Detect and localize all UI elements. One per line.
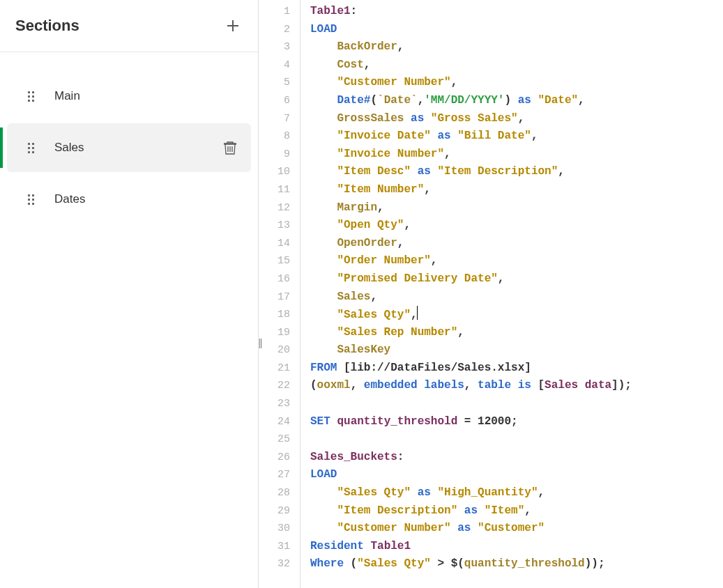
code-token: `Date` xyxy=(377,94,418,107)
code-token: , xyxy=(518,112,525,125)
code-line[interactable]: "Sales Rep Number", xyxy=(310,324,632,342)
code-token: "Invoice Number" xyxy=(337,148,444,160)
code-line[interactable]: LOAD xyxy=(310,466,632,484)
section-item-sales[interactable]: Sales xyxy=(7,123,251,172)
code-token: , xyxy=(524,504,531,517)
code-line[interactable]: Table1: xyxy=(310,3,632,21)
code-token: Table1 xyxy=(370,540,411,552)
code-line[interactable]: "Promised Delivery Date", xyxy=(310,270,632,288)
script-editor[interactable]: 1234567891011121314151617181920212223242… xyxy=(258,0,723,588)
section-item-dates[interactable]: Dates xyxy=(7,175,251,224)
code-token: as xyxy=(418,165,431,178)
code-token: "Promised Delivery Date" xyxy=(337,272,497,285)
line-number: 15 xyxy=(259,252,290,270)
code-line[interactable]: SalesKey xyxy=(310,341,632,359)
code-line[interactable]: Resident Table1 xyxy=(310,538,632,556)
code-token: , xyxy=(431,254,438,267)
code-token xyxy=(310,272,337,285)
code-token: table is xyxy=(478,379,531,392)
code-token: as xyxy=(411,112,424,125)
section-item-main[interactable]: Main xyxy=(7,72,251,121)
code-token xyxy=(310,522,337,534)
code-token: "Date" xyxy=(538,94,578,107)
code-token xyxy=(310,291,337,303)
code-line[interactable]: "Customer Number", xyxy=(310,74,632,92)
code-line[interactable]: "Order Number", xyxy=(310,252,632,270)
line-number: 28 xyxy=(259,484,290,502)
code-token xyxy=(451,522,458,534)
code-token xyxy=(431,165,438,178)
code-line[interactable]: Margin, xyxy=(310,199,632,217)
line-number: 30 xyxy=(259,520,290,538)
code-token xyxy=(310,76,337,88)
code-token: : xyxy=(351,5,358,17)
code-token xyxy=(411,165,418,178)
code-line[interactable] xyxy=(310,431,632,449)
code-token: LOAD xyxy=(310,468,337,481)
line-number: 27 xyxy=(259,466,290,484)
code-token xyxy=(310,486,337,499)
code-token xyxy=(478,504,485,517)
code-line[interactable]: "Invoice Number", xyxy=(310,146,632,164)
code-token: = 12000; xyxy=(457,415,517,428)
code-token xyxy=(310,40,337,53)
code-line[interactable]: "Sales Qty" as "High_Quantity", xyxy=(310,484,632,502)
line-number: 26 xyxy=(259,449,290,467)
panel-splitter[interactable]: ‖ xyxy=(258,334,262,351)
line-number: 11 xyxy=(259,181,290,199)
code-token xyxy=(310,59,337,71)
code-line[interactable]: SET quantity_threshold = 12000; xyxy=(310,413,632,431)
delete-section-button[interactable] xyxy=(223,140,237,155)
code-token: Date# xyxy=(337,94,370,107)
add-section-button[interactable] xyxy=(224,17,241,34)
drag-handle-icon[interactable] xyxy=(28,194,39,205)
code-line[interactable]: OpenOrder, xyxy=(310,235,632,253)
code-token: : xyxy=(397,451,404,463)
line-number: 9 xyxy=(259,146,290,164)
section-item-label: Main xyxy=(54,89,237,103)
section-item-label: Dates xyxy=(54,192,237,206)
code-token: , xyxy=(558,165,565,178)
drag-handle-icon[interactable] xyxy=(28,91,39,102)
code-line[interactable]: Cost, xyxy=(310,56,632,75)
code-token: quantity_threshold xyxy=(464,557,585,570)
code-line[interactable]: FROM [lib://DataFiles/Sales.xlsx] xyxy=(310,359,632,378)
code-token: ( xyxy=(310,379,317,392)
code-token: "Item Description" xyxy=(337,504,457,517)
code-token: "Gross Sales" xyxy=(431,112,518,125)
drag-handle-icon[interactable] xyxy=(28,143,39,153)
code-token: as xyxy=(418,486,431,499)
line-number: 23 xyxy=(259,395,290,413)
code-token: Resident xyxy=(310,540,364,552)
code-line[interactable]: "Customer Number" as "Customer" xyxy=(310,520,632,538)
code-line[interactable]: Sales, xyxy=(310,288,632,307)
code-line[interactable]: "Sales Qty", xyxy=(310,306,632,324)
code-line[interactable]: "Item Description" as "Item", xyxy=(310,502,632,520)
code-line[interactable]: Date#(`Date`,'MM/DD/YYYY') as "Date", xyxy=(310,92,632,110)
code-line[interactable]: GrossSales as "Gross Sales", xyxy=(310,110,632,128)
code-line[interactable]: "Item Number", xyxy=(310,181,632,199)
code-line[interactable]: BackOrder, xyxy=(310,38,632,56)
code-line[interactable]: Sales_Buckets: xyxy=(310,449,632,467)
code-token: ( xyxy=(344,557,357,570)
code-token xyxy=(310,183,337,196)
code-token: , xyxy=(451,76,458,88)
code-token: )); xyxy=(585,557,605,570)
code-line[interactable]: (ooxml, embedded labels, table is [Sales… xyxy=(310,377,632,395)
code-token: Sales xyxy=(337,291,370,303)
line-number: 8 xyxy=(259,127,290,146)
code-line[interactable]: Where ("Sales Qty" > $(quantity_threshol… xyxy=(310,555,632,573)
code-line[interactable] xyxy=(310,395,632,413)
code-line[interactable]: "Open Qty", xyxy=(310,217,632,235)
line-number: 18 xyxy=(259,306,290,324)
code-token xyxy=(310,237,337,249)
code-line[interactable]: LOAD xyxy=(310,21,632,39)
code-token: "High_Quantity" xyxy=(437,486,538,499)
code-area[interactable]: Table1:LOAD BackOrder, Cost, "Customer N… xyxy=(300,0,632,588)
line-number: 25 xyxy=(259,431,290,449)
line-number: 20 xyxy=(259,341,290,359)
line-number: 29 xyxy=(259,502,290,520)
code-token: "Item Number" xyxy=(337,183,424,196)
code-line[interactable]: "Item Desc" as "Item Description", xyxy=(310,163,632,181)
code-line[interactable]: "Invoice Date" as "Bill Date", xyxy=(310,127,632,146)
